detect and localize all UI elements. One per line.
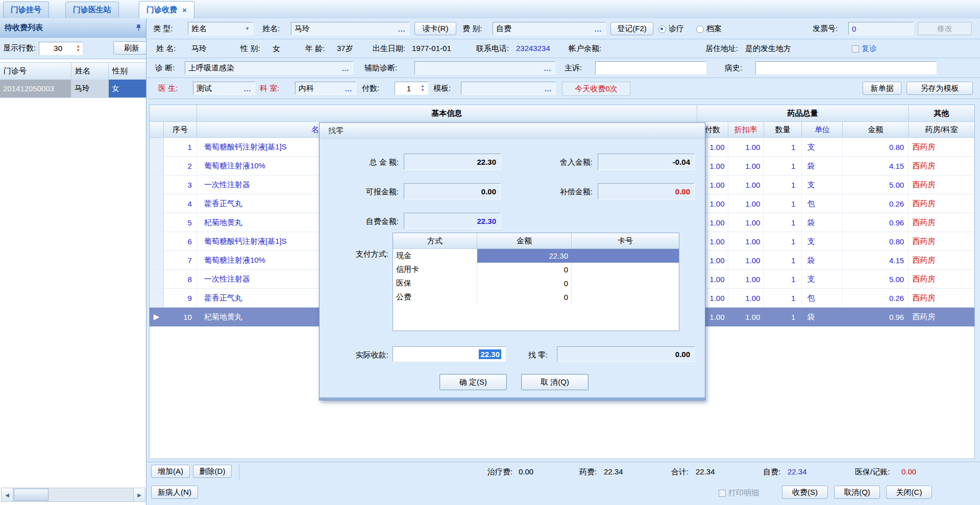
col-seq[interactable]: 序号: [164, 122, 197, 137]
tab-billing[interactable]: 门诊收费 ×: [139, 1, 194, 18]
col-patient-name[interactable]: 姓名: [71, 63, 109, 80]
doses-spinner[interactable]: ▲▼: [421, 84, 425, 92]
tab-registration[interactable]: 门诊挂号: [3, 2, 49, 18]
register-button[interactable]: 登记(F2): [610, 22, 653, 35]
revisit-checkbox-icon: [852, 45, 859, 53]
pin-icon[interactable]: [135, 24, 142, 32]
pay-col-card: 卡号: [572, 233, 679, 248]
change-amount-label: 找 零:: [516, 350, 548, 360]
self-pay-value: 22.34: [788, 467, 807, 476]
invoice-label: 发票号:: [813, 24, 838, 34]
gender-value: 女: [273, 44, 280, 54]
divider: [239, 464, 239, 479]
invoice-input[interactable]: 0: [848, 22, 914, 35]
patient-info-row: 姓 名: 马玲 性 别: 女 年 龄: 37岁 出生日期: 1977-01-01…: [147, 39, 980, 58]
diagnosis-input[interactable]: 上呼吸道感染 …: [185, 61, 353, 74]
history-input[interactable]: [755, 61, 937, 74]
department-lookup-icon[interactable]: …: [345, 84, 353, 93]
dialog-cancel-button[interactable]: 取 消(Q): [521, 374, 589, 390]
department-input[interactable]: 内科 …: [295, 82, 356, 95]
list-controls: 显示行数: 30 ▲▼ 刷新: [0, 38, 146, 59]
col-discount[interactable]: 折扣率: [728, 122, 764, 137]
patient-name-label: 姓 名:: [156, 44, 176, 54]
delete-item-button[interactable]: 删除(D): [193, 465, 232, 478]
radio-archive-label: 档案: [706, 24, 722, 33]
print-detail-checkbox[interactable]: 打印明细: [719, 488, 759, 498]
self-pay-amount-box: 22.30: [404, 213, 501, 229]
modify-button[interactable]: 修改: [918, 22, 972, 35]
address-value: 是的发生地方: [745, 44, 791, 54]
template-lookup-icon[interactable]: …: [544, 84, 552, 93]
new-receipt-button[interactable]: 新单据: [863, 82, 901, 95]
close-button[interactable]: 关闭(C): [886, 486, 932, 499]
chief-complaint-input[interactable]: [595, 61, 706, 74]
radio-clinic[interactable]: 诊疗: [658, 24, 684, 34]
outpatient-billing-app: 门诊挂号 门诊医生站 门诊收费 × 待收费列表 显示行数: 30 ▲▼ 刷新: [0, 0, 980, 505]
pending-list-row[interactable]: 201412050003 马玲 女: [0, 80, 146, 98]
sidebar-horizontal-scrollbar[interactable]: ◀ ▶: [1, 488, 145, 502]
save-as-template-button[interactable]: 另存为模板: [906, 82, 973, 95]
gender-label: 性 别:: [240, 44, 260, 54]
doctor-input[interactable]: 测试 …: [193, 82, 255, 95]
search-name-input[interactable]: 马玲 …: [291, 22, 409, 35]
doses-input[interactable]: 1 ▲▼: [395, 82, 428, 95]
fee-type-label: 费 别:: [462, 24, 482, 34]
charge-button[interactable]: 收费(S): [782, 486, 828, 499]
scroll-left-arrow-icon[interactable]: ◀: [2, 488, 13, 501]
type-dropdown[interactable]: 姓名 ▼: [188, 22, 253, 35]
template-label: 模板:: [433, 84, 451, 93]
fee-type-input[interactable]: 自费 …: [493, 22, 606, 35]
fee-lookup-icon[interactable]: …: [594, 24, 602, 33]
col-unit[interactable]: 单位: [802, 122, 843, 137]
aux-diagnosis-lookup-icon[interactable]: …: [544, 64, 552, 72]
col-visit-id[interactable]: 门诊号: [0, 63, 71, 80]
change-dialog-titlebar[interactable]: 找零: [320, 123, 705, 139]
change-dialog-title: 找零: [328, 126, 344, 136]
rows-count-input[interactable]: 30 ▲▼: [39, 42, 83, 55]
self-pay-label: 自费:: [763, 467, 780, 477]
doctor-label: 医 生:: [158, 84, 178, 93]
payment-method-table: 方式 金额 卡号 现金 22.30 信用卡 0 医保 0 公费 0: [393, 233, 679, 331]
aux-diagnosis-input[interactable]: …: [414, 61, 555, 74]
pay-row-public[interactable]: 公费 0: [393, 290, 679, 304]
diagnosis-lookup-icon[interactable]: …: [341, 64, 350, 72]
pay-row-cash[interactable]: 现金 22.30: [393, 249, 679, 263]
col-qty[interactable]: 数量: [764, 122, 802, 137]
pay-row-credit-card[interactable]: 信用卡 0: [393, 263, 679, 276]
actual-received-value: 22.30: [479, 349, 501, 359]
search-name-label: 姓名:: [262, 24, 280, 34]
template-input[interactable]: …: [461, 82, 556, 95]
read-card-button[interactable]: 读卡(R): [414, 22, 456, 35]
actual-received-input[interactable]: 22.30: [393, 346, 506, 362]
scrollbar-thumb[interactable]: [14, 489, 48, 501]
revisit-checkbox[interactable]: 复诊: [852, 44, 877, 54]
col-amount[interactable]: 金额: [843, 122, 909, 137]
col-gender[interactable]: 性别: [109, 63, 146, 80]
birthdate-label: 出生日期:: [373, 44, 405, 54]
pay-row-insurance[interactable]: 医保 0: [393, 276, 679, 290]
revisit-label: 复诊: [862, 44, 877, 53]
row-indicator-icon: ▶: [150, 308, 164, 326]
compensation-amount-box: 0.00: [598, 183, 695, 199]
pay-col-amount: 金额: [477, 233, 572, 248]
tab-close-icon[interactable]: ×: [182, 6, 187, 14]
cancel-button[interactable]: 取消(Q): [834, 486, 880, 499]
doctor-lookup-icon[interactable]: …: [243, 84, 252, 93]
refresh-button[interactable]: 刷新: [113, 41, 146, 55]
rows-count-value: 30: [54, 44, 62, 53]
rounding-amount-value: -0.04: [673, 158, 690, 166]
diagnosis-value: 上呼吸道感染: [188, 63, 234, 73]
col-pharmacy[interactable]: 药房/科室: [909, 122, 974, 137]
scroll-right-arrow-icon[interactable]: ▶: [133, 488, 145, 501]
tab-doctor-station[interactable]: 门诊医生站: [65, 2, 119, 18]
payment-method-label: 支付方式:: [335, 249, 388, 259]
rows-count-spinner[interactable]: ▲▼: [76, 44, 80, 53]
actual-received-label: 实际收款:: [335, 350, 388, 360]
new-patient-button[interactable]: 新病人(N): [151, 486, 198, 499]
dialog-ok-button[interactable]: 确 定(S): [439, 374, 507, 390]
name-lookup-icon[interactable]: …: [398, 24, 406, 33]
birthdate-value: 1977-01-01: [412, 44, 451, 53]
add-item-button[interactable]: 增加(A): [151, 465, 190, 478]
chevron-down-icon: ▼: [245, 26, 250, 31]
radio-archive[interactable]: 档案: [696, 24, 722, 34]
